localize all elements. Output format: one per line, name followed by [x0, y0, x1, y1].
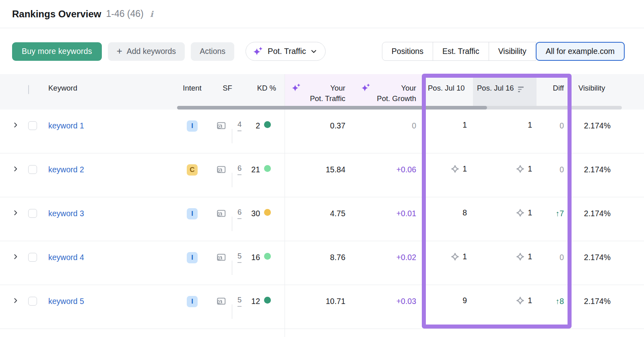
visibility-value: 2.174% — [584, 253, 611, 262]
pos-jul16-cell: 1 — [473, 241, 537, 285]
pot-traffic-value: 8.76 — [330, 253, 345, 262]
pot-growth-value: +0.01 — [396, 209, 416, 218]
ai-sparkles-icon — [291, 83, 301, 93]
intent-badge[interactable]: I — [187, 208, 198, 219]
table-row: keyword 5 I 5 12 10.71 +0.03 — [0, 285, 644, 329]
pos-jul16-value: 1 — [528, 208, 532, 217]
pos-jul16-cell: 1 — [473, 197, 537, 241]
pot-growth-header-line1: Your — [401, 84, 416, 92]
tab-positions[interactable]: Positions — [382, 42, 433, 61]
chevron-right-icon — [12, 165, 19, 172]
column-header-pot-traffic[interactable]: Your Pot. Traffic — [285, 74, 354, 110]
pos-jul10-value: 8 — [462, 208, 467, 217]
kd-value: 16 — [251, 253, 260, 262]
intent-badge[interactable]: I — [187, 252, 198, 263]
pot-traffic-header-line2: Pot. Traffic — [310, 94, 345, 103]
table-row: keyword 2 C 6 21 15.84 +0.06 — [0, 153, 644, 197]
kd-value: 30 — [251, 209, 260, 218]
expand-row-button[interactable] — [12, 209, 19, 216]
select-all-checkbox[interactable] — [28, 85, 29, 94]
serp-features-icon — [216, 296, 227, 306]
intent-badge[interactable]: I — [187, 120, 198, 132]
title-bar: Rankings Overview 1-46 (46) i — [0, 0, 644, 28]
buy-more-keywords-button[interactable]: Buy more keywords — [12, 42, 102, 61]
kd-dot — [264, 253, 271, 260]
sf-count[interactable]: 4 — [237, 120, 242, 131]
ai-sparkles-icon — [252, 46, 263, 57]
pos-jul10-value: 1 — [462, 252, 467, 261]
pos-jul16-cell: 1 — [473, 110, 537, 153]
column-header-visibility[interactable]: Visibility — [571, 74, 622, 110]
sf-count[interactable]: 6 — [237, 208, 242, 219]
chevron-right-icon — [12, 297, 19, 304]
horizontal-scrollbar-thumb[interactable] — [177, 106, 487, 110]
add-keywords-button[interactable]: + Add keywords — [108, 42, 185, 61]
column-header-kd[interactable]: KD % — [246, 74, 285, 110]
column-header-keyword[interactable]: Keyword — [42, 74, 175, 110]
row-checkbox[interactable] — [28, 165, 37, 174]
row-checkbox[interactable] — [28, 297, 37, 306]
serp-features-icon — [216, 252, 227, 263]
serp-feature-icon — [450, 252, 460, 261]
keyword-link[interactable]: keyword 4 — [48, 253, 84, 262]
sf-count[interactable]: 5 — [237, 252, 242, 263]
column-header-sf[interactable]: SF — [209, 74, 246, 110]
actions-button[interactable]: Actions — [191, 42, 234, 61]
sf-count[interactable]: 6 — [237, 164, 242, 175]
diff-value: 0 — [559, 165, 564, 174]
column-header-diff[interactable]: Diff — [537, 74, 571, 110]
tab-visibility[interactable]: Visibility — [489, 42, 536, 61]
keyword-link[interactable]: keyword 1 — [48, 121, 84, 130]
chevron-right-icon — [12, 122, 19, 128]
sf-count[interactable]: 5 — [237, 296, 242, 307]
table-row: keyword 3 I 6 30 4.75 +0.01 — [0, 197, 644, 241]
row-checkbox[interactable] — [28, 253, 37, 262]
row-checkbox[interactable] — [28, 209, 37, 218]
fixed-column-divider — [285, 74, 285, 337]
sf-divider — [232, 217, 232, 231]
pot-traffic-value: 10.71 — [326, 297, 345, 306]
visibility-value: 2.174% — [584, 165, 611, 174]
keyword-link[interactable]: keyword 3 — [48, 209, 84, 218]
view-tab-group: Positions Est. Traffic Visibility All fo… — [382, 42, 625, 61]
tab-est-traffic[interactable]: Est. Traffic — [433, 42, 489, 61]
expand-row-button[interactable] — [12, 165, 19, 172]
expand-row-button[interactable] — [12, 297, 19, 304]
column-header-pos-jul16[interactable]: Pos. Jul 16 — [473, 74, 537, 110]
pos-jul16-value: 1 — [528, 164, 532, 174]
kd-dot — [264, 209, 271, 216]
chevron-right-icon — [12, 253, 19, 260]
pos-jul16-value: 1 — [528, 296, 532, 305]
kd-value: 2 — [256, 121, 260, 130]
pos-jul16-cell: 1 — [473, 285, 537, 329]
chevron-down-icon — [310, 48, 317, 55]
column-header-intent[interactable]: Intent — [175, 74, 209, 110]
info-icon[interactable]: i — [150, 9, 153, 19]
intent-badge[interactable]: I — [187, 296, 198, 307]
expand-row-button[interactable] — [12, 253, 19, 260]
diff-value: ↑7 — [555, 209, 564, 218]
serp-feature-icon — [516, 208, 525, 217]
row-checkbox[interactable] — [28, 121, 37, 130]
column-header-pot-growth[interactable]: Your Pot. Growth — [354, 74, 422, 110]
pos-jul10-cell: 1 — [422, 153, 473, 197]
serp-feature-icon — [516, 252, 525, 261]
pot-growth-value: 0 — [412, 121, 416, 130]
metric-dropdown[interactable]: Pot. Traffic — [246, 42, 326, 61]
pos-jul16-cell: 1 — [473, 153, 537, 197]
sf-divider — [232, 129, 232, 143]
ai-sparkles-icon — [361, 83, 371, 93]
horizontal-scrollbar-track[interactable] — [177, 106, 622, 110]
expand-row-button[interactable] — [12, 122, 19, 128]
keyword-link[interactable]: keyword 5 — [48, 297, 84, 306]
diff-value: 0 — [559, 121, 564, 130]
keyword-link[interactable]: keyword 2 — [48, 165, 84, 174]
tab-all-for-domain[interactable]: All for example.com — [536, 42, 625, 61]
diff-value: ↑8 — [555, 297, 564, 306]
pot-traffic-value: 0.37 — [330, 121, 345, 130]
pot-traffic-header-line1: Your — [330, 84, 345, 92]
intent-badge[interactable]: C — [187, 164, 198, 176]
kd-dot — [264, 165, 271, 172]
pos-jul10-value: 1 — [462, 164, 467, 174]
column-header-pos-jul10[interactable]: Pos. Jul 10 — [422, 74, 473, 110]
